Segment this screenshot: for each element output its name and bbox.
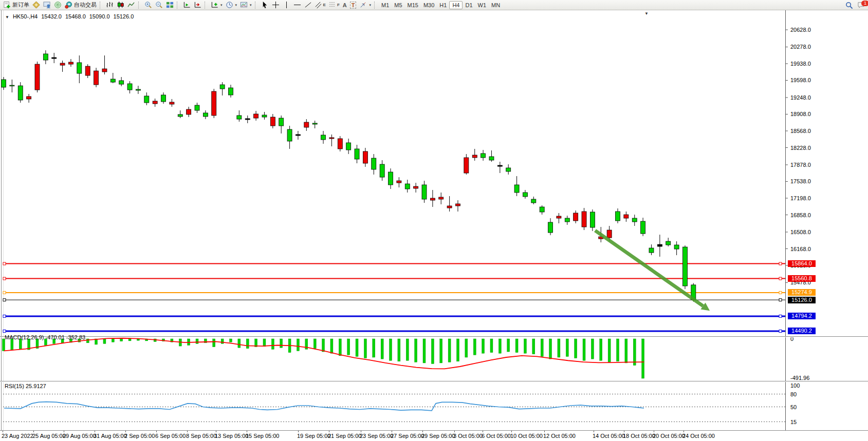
candle-body	[624, 215, 629, 218]
price-axis-tick-label: 17198.0	[790, 195, 811, 201]
rsi-scale-label: 100	[790, 382, 800, 389]
chart-shift-marker[interactable]: ▼	[644, 11, 649, 16]
autoscroll-button[interactable]	[181, 1, 192, 10]
macd-histogram-bar	[566, 339, 568, 356]
candle-body	[228, 88, 233, 95]
autoscroll-icon	[183, 1, 191, 9]
price-axis-tick-label: 16508.0	[790, 229, 811, 235]
tab-timeframe-m1[interactable]: M1	[379, 1, 392, 9]
autotrading-button[interactable]: 自动交易	[63, 1, 98, 10]
tab-timeframe-w1[interactable]: W1	[475, 1, 489, 9]
time-axis-label: 31 Aug 05:00	[94, 433, 127, 439]
zoom-out-button[interactable]	[154, 1, 164, 10]
indicators-button[interactable]: ▾	[209, 1, 224, 10]
macd-scale-bottom: -491.96	[790, 375, 809, 381]
zoom-in-button[interactable]	[143, 1, 154, 10]
line-anchor-marker[interactable]	[779, 330, 782, 332]
candle-body	[187, 109, 191, 114]
line-anchor-marker[interactable]	[3, 330, 6, 332]
line-anchor-marker[interactable]	[779, 277, 782, 280]
line-anchor-marker[interactable]	[779, 299, 782, 301]
candle-body	[540, 207, 544, 212]
tab-timeframe-m30[interactable]: M30	[421, 1, 437, 9]
line-anchor-marker[interactable]	[3, 291, 6, 294]
cursor-button[interactable]	[260, 1, 270, 10]
macd-histogram-bar	[490, 339, 493, 353]
templates-button[interactable]: ▾	[238, 1, 253, 10]
macd-histogram-bar	[381, 339, 383, 359]
macd-histogram-bar	[600, 339, 602, 360]
macd-histogram-bar	[524, 339, 526, 353]
chart-low: 15090.0	[89, 13, 110, 20]
time-axis-label: 10 Oct 05:00	[510, 433, 543, 439]
line-anchor-marker[interactable]	[779, 315, 782, 317]
chart-dropdown-icon[interactable]: ▼	[5, 15, 9, 20]
line-anchor-marker[interactable]	[3, 299, 6, 301]
candle-body	[2, 80, 6, 87]
bars-chart-icon	[106, 1, 114, 9]
line-anchor-marker[interactable]	[3, 277, 6, 280]
market-watch-button[interactable]	[42, 1, 52, 10]
horizontal-line-button[interactable]	[292, 1, 303, 10]
chart-shift-button[interactable]	[192, 1, 203, 10]
macd-histogram-bar	[423, 339, 426, 363]
chat-button[interactable]: 1	[857, 1, 865, 10]
candle-body	[565, 218, 569, 222]
macd-histogram-bar	[19, 339, 22, 349]
toolbar-separator	[205, 2, 208, 9]
text-label-icon: T	[350, 2, 357, 9]
text-icon: A	[343, 2, 347, 8]
time-axis-label: 19 Sep 05:00	[297, 433, 330, 439]
tab-timeframe-d1[interactable]: D1	[463, 1, 475, 9]
rsi-panel-divider[interactable]	[0, 381, 868, 381]
line-anchor-marker[interactable]	[3, 262, 6, 265]
line-anchor-marker[interactable]	[779, 291, 782, 294]
candle-body	[144, 96, 149, 103]
line-chart-button[interactable]	[126, 1, 137, 10]
fibonacci-button[interactable]: F	[327, 1, 341, 10]
candle-body	[245, 119, 250, 120]
navigator-button[interactable]	[52, 1, 63, 10]
candle-body	[195, 105, 199, 110]
candle-body	[110, 79, 115, 82]
line-anchor-marker[interactable]	[779, 262, 782, 265]
tab-timeframe-m5[interactable]: M5	[392, 1, 404, 9]
vertical-line-button[interactable]	[281, 1, 292, 10]
crosshair-button[interactable]	[270, 1, 281, 10]
tab-timeframe-mn[interactable]: MN	[489, 1, 503, 9]
search-icon[interactable]	[845, 2, 853, 9]
candle-body	[531, 199, 536, 203]
chart-shift-icon	[194, 1, 201, 9]
candle-body	[43, 54, 48, 60]
equidistant-channel-button[interactable]: E	[313, 1, 327, 10]
tab-timeframe-m15[interactable]: M15	[405, 1, 421, 9]
macd-panel-divider[interactable]	[0, 336, 868, 337]
candle-body	[170, 102, 174, 104]
candle-body	[455, 204, 460, 206]
text-label-button[interactable]: T	[348, 1, 358, 10]
macd-histogram-bar	[390, 339, 392, 360]
price-line-badge: 15864.0	[788, 260, 816, 267]
line-anchor-marker[interactable]	[3, 315, 6, 317]
periods-icon	[226, 1, 233, 9]
new-order-button[interactable]: 新订单	[2, 1, 31, 10]
macd-histogram-bar	[515, 339, 518, 353]
toolbar-separator	[100, 2, 103, 9]
tile-windows-button[interactable]	[164, 1, 175, 10]
candle-body	[380, 164, 384, 177]
candle-body	[497, 165, 502, 166]
arrows-button[interactable]: ▾	[358, 1, 373, 10]
bars-chart-button[interactable]	[104, 1, 115, 10]
candlestick-chart-button[interactable]	[115, 1, 126, 10]
candle-body	[153, 101, 157, 104]
quotes-button[interactable]	[31, 1, 42, 10]
tab-timeframe-h4[interactable]: H4	[449, 1, 463, 9]
candle-body	[329, 138, 334, 139]
chart-canvas[interactable]	[0, 10, 868, 441]
trendline-button[interactable]	[303, 1, 313, 10]
text-button[interactable]: A	[341, 1, 348, 10]
periods-button[interactable]: ▾	[224, 1, 239, 10]
tab-timeframe-h1[interactable]: H1	[437, 1, 449, 9]
macd-histogram-bar	[633, 339, 636, 366]
macd-histogram-bar	[322, 339, 325, 352]
